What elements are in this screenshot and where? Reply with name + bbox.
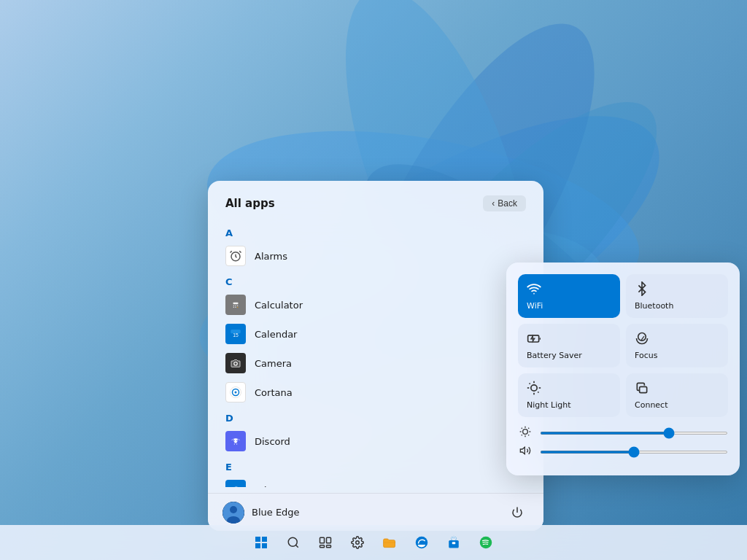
qs-tile-connect[interactable]: Connect <box>626 373 728 417</box>
bluetooth-icon <box>635 281 649 298</box>
app-icon-edge <box>225 480 246 487</box>
svg-text:15: 15 <box>233 332 239 338</box>
svg-point-69 <box>356 541 360 545</box>
battery-saver-icon <box>527 331 541 348</box>
brightness-icon <box>518 426 533 440</box>
apps-list: A Alarms C <box>208 219 543 487</box>
app-item-edge[interactable]: Edge <box>220 475 532 487</box>
svg-point-41 <box>531 385 537 391</box>
svg-line-53 <box>528 435 529 435</box>
back-button-label: Back <box>498 198 517 209</box>
svg-point-16 <box>235 307 236 308</box>
taskbar-spotify-button[interactable] <box>473 529 499 556</box>
app-icon-alarms <box>225 246 246 266</box>
qs-connect-label: Connect <box>635 400 667 410</box>
volume-icon <box>518 445 533 459</box>
volume-slider[interactable] <box>540 451 728 454</box>
taskbar-store-button[interactable] <box>441 529 467 556</box>
taskbar-settings-button[interactable] <box>344 529 371 556</box>
back-button[interactable]: ‹ Back <box>483 195 526 211</box>
app-icon-discord <box>225 431 246 451</box>
svg-line-44 <box>530 384 530 384</box>
svg-line-45 <box>538 392 538 392</box>
app-item-discord[interactable]: Discord <box>220 427 532 456</box>
svg-rect-66 <box>327 537 331 543</box>
quick-settings-grid: WiFi Bluetooth Battery <box>518 274 728 417</box>
app-item-calendar[interactable]: 15 Calendar <box>220 319 532 349</box>
desktop: All apps ‹ Back A Alarms C <box>0 0 747 560</box>
user-avatar <box>222 502 244 524</box>
qs-bluetooth-label: Bluetooth <box>635 301 673 311</box>
app-icon-calculator <box>225 295 246 315</box>
section-letter-a: A <box>220 222 532 241</box>
svg-rect-48 <box>640 386 647 392</box>
all-apps-title: All apps <box>225 197 275 210</box>
svg-point-12 <box>233 306 234 306</box>
svg-point-14 <box>237 306 238 306</box>
svg-point-15 <box>233 307 234 308</box>
app-name-edge: Edge <box>255 485 279 488</box>
wifi-icon <box>527 281 541 298</box>
taskbar-task-view-button[interactable] <box>312 529 338 556</box>
svg-point-73 <box>480 537 492 549</box>
app-icon-calendar: 15 <box>225 324 246 344</box>
app-item-cortana[interactable]: Cortana <box>220 378 532 407</box>
svg-rect-62 <box>262 543 267 548</box>
svg-rect-60 <box>262 537 267 542</box>
svg-marker-58 <box>520 447 525 454</box>
taskbar <box>0 525 747 560</box>
qs-battery-label: Battery Saver <box>527 351 582 360</box>
start-menu-header: All apps ‹ Back <box>208 181 543 219</box>
qs-focus-label: Focus <box>635 351 657 360</box>
qs-tile-wifi[interactable]: WiFi <box>518 274 620 318</box>
svg-point-28 <box>236 440 238 442</box>
svg-rect-67 <box>320 545 325 548</box>
taskbar-file-explorer-button[interactable] <box>376 529 403 556</box>
svg-point-27 <box>233 440 235 442</box>
svg-rect-61 <box>255 543 260 548</box>
power-button[interactable] <box>506 501 529 524</box>
start-menu-panel: All apps ‹ Back A Alarms C <box>208 181 543 531</box>
app-item-alarms[interactable]: Alarms <box>220 241 532 271</box>
svg-rect-11 <box>233 303 239 305</box>
svg-point-49 <box>523 429 528 435</box>
svg-point-17 <box>237 307 238 308</box>
taskbar-search-button[interactable] <box>280 529 306 556</box>
app-icon-camera <box>225 353 246 373</box>
qs-tile-focus[interactable]: Focus <box>626 324 728 368</box>
section-letter-d: D <box>220 407 532 427</box>
qs-night-light-label: Night Light <box>527 400 571 410</box>
qs-wifi-label: WiFi <box>527 301 543 311</box>
user-name-label: Blue Edge <box>252 507 300 518</box>
brightness-slider[interactable] <box>540 432 728 435</box>
svg-rect-68 <box>327 545 331 548</box>
user-profile-button[interactable]: Blue Edge <box>222 502 300 524</box>
svg-line-52 <box>522 428 522 429</box>
brightness-row <box>518 426 728 440</box>
app-name-alarms: Alarms <box>255 251 287 262</box>
svg-point-13 <box>235 306 236 306</box>
qs-tile-battery-saver[interactable]: Battery Saver <box>518 324 620 368</box>
app-item-calculator[interactable]: Calculator <box>220 290 532 319</box>
taskbar-start-button[interactable] <box>248 529 274 556</box>
app-icon-cortana <box>225 382 246 402</box>
app-name-calculator: Calculator <box>255 300 303 311</box>
focus-icon <box>635 331 649 348</box>
svg-point-25 <box>235 392 237 394</box>
svg-point-29 <box>229 483 242 487</box>
taskbar-edge-button[interactable] <box>409 529 435 556</box>
back-chevron-icon: ‹ <box>492 198 495 209</box>
qs-tile-night-light[interactable]: Night Light <box>518 373 620 417</box>
svg-rect-65 <box>320 537 325 543</box>
app-name-cortana: Cortana <box>255 387 293 398</box>
svg-line-57 <box>528 428 529 429</box>
svg-rect-72 <box>452 542 456 544</box>
svg-line-56 <box>522 435 522 435</box>
svg-line-64 <box>295 545 298 547</box>
app-item-camera[interactable]: Camera <box>220 349 532 378</box>
section-letter-c: C <box>220 271 532 290</box>
svg-point-38 <box>230 506 237 513</box>
svg-rect-59 <box>255 537 260 542</box>
qs-tile-bluetooth[interactable]: Bluetooth <box>626 274 728 318</box>
app-name-discord: Discord <box>255 436 290 447</box>
